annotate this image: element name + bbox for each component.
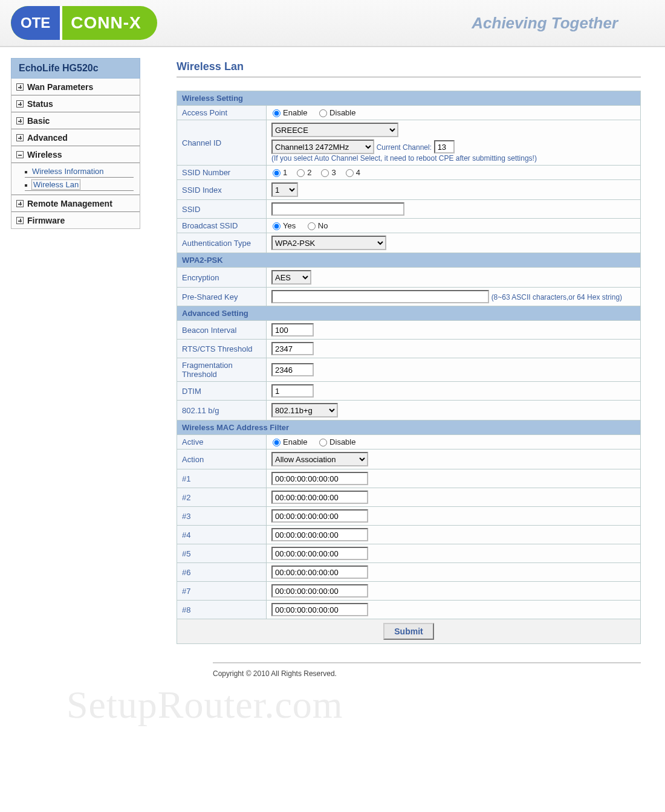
settings-table: Wireless Setting Access Point Enable Dis… [177, 91, 641, 644]
radio-mac-enable[interactable]: Enable [271, 437, 307, 446]
label-psk: Pre-Shared Key [177, 288, 267, 306]
main: Wireless Lan Wireless Setting Access Poi… [140, 47, 665, 702]
radio-ssid-2-input[interactable] [297, 169, 305, 177]
radio-bcast-yes-input[interactable] [273, 222, 281, 230]
subnav-item[interactable]: Wireless Lan [25, 178, 134, 191]
label-mac-1: #1 [177, 469, 267, 488]
nav-item[interactable]: Advanced [11, 129, 140, 146]
input-dtim[interactable] [271, 384, 314, 398]
label-channel-id: Channel ID [177, 120, 267, 166]
plus-icon [16, 217, 24, 224]
nav-item-label: Wan Parameters [27, 82, 93, 92]
radio-ssid-1-input[interactable] [273, 169, 281, 177]
nav-item[interactable]: Wireless [11, 146, 140, 163]
radio-ap-disable[interactable]: Disable [318, 108, 355, 117]
label-access-point: Access Point [177, 106, 267, 120]
plus-icon [16, 200, 24, 207]
radio-mac-enable-input[interactable] [273, 439, 281, 446]
select-ssid-index[interactable]: 1 [271, 182, 298, 197]
input-frag[interactable] [271, 363, 314, 376]
input-ssid[interactable] [271, 202, 404, 216]
nav-item-label: Status [27, 99, 53, 109]
nav-item[interactable]: Firmware [11, 212, 140, 228]
nav-item-label: Firmware [27, 216, 65, 225]
radio-ssid-1[interactable]: 1 [271, 168, 287, 177]
input-mac-8[interactable] [271, 603, 368, 616]
select-encryption[interactable]: AES [271, 270, 311, 285]
nav-item[interactable]: Remote Management [11, 195, 140, 212]
radio-ssid-3[interactable]: 3 [320, 168, 336, 177]
input-psk[interactable] [271, 290, 489, 303]
select-country[interactable]: GREECE [271, 123, 398, 137]
submit-button[interactable]: Submit [383, 623, 433, 640]
radio-mac-disable[interactable]: Disable [318, 437, 355, 446]
select-mac-action[interactable]: Allow Association [271, 452, 368, 466]
label-ssid-index: SSID Index [177, 180, 267, 200]
label-broadcast-ssid: Broadcast SSID [177, 219, 267, 233]
footer-copyright: Copyright © 2010 All Rights Reserved. [213, 662, 641, 678]
input-mac-4[interactable] [271, 528, 368, 541]
input-mac-7[interactable] [271, 584, 368, 598]
label-mac-6: #6 [177, 563, 267, 582]
label-auth-type: Authentication Type [177, 233, 267, 253]
label-mac-3: #3 [177, 507, 267, 526]
header: OTE CONN-X Achieving Together [0, 0, 665, 47]
nav: Wan ParametersStatusBasicAdvancedWireles… [11, 79, 140, 229]
radio-ssid-3-input[interactable] [321, 169, 329, 177]
sidebar-title: EchoLife HG520c [11, 58, 140, 79]
label-mode: 802.11 b/g [177, 401, 267, 420]
nav-item-label: Advanced [27, 133, 68, 143]
label-ssid-number: SSID Number [177, 166, 267, 180]
sidebar: EchoLife HG520c Wan ParametersStatusBasi… [0, 47, 140, 702]
radio-ssid-2[interactable]: 2 [296, 168, 311, 177]
plus-icon [16, 83, 24, 91]
select-auth-type[interactable]: WPA2-PSK [271, 236, 386, 250]
nav-item[interactable]: Status [11, 95, 140, 112]
hint-psk: (8~63 ASCII characters,or 64 Hex string) [491, 293, 622, 301]
bullet-icon [25, 171, 27, 173]
label-frag: Fragmentation Threshold [177, 358, 267, 382]
nav-item[interactable]: Basic [11, 112, 140, 129]
radio-mac-disable-input[interactable] [319, 439, 327, 446]
nav-item[interactable]: Wan Parameters [11, 79, 140, 95]
label-dtim: DTIM [177, 382, 267, 401]
input-mac-5[interactable] [271, 547, 368, 560]
label-encryption: Encryption [177, 268, 267, 288]
section-wpa2: WPA2-PSK [177, 253, 641, 268]
input-mac-1[interactable] [271, 472, 368, 485]
radio-ap-enable[interactable]: Enable [271, 108, 307, 117]
radio-ap-enable-input[interactable] [273, 109, 281, 117]
input-mac-6[interactable] [271, 566, 368, 579]
note-channel: (If you select Auto Channel Select, it n… [271, 154, 635, 163]
nav-item-label: Wireless [27, 150, 62, 160]
select-mode[interactable]: 802.11b+g [271, 403, 338, 417]
radio-bcast-no-input[interactable] [308, 222, 316, 230]
subnav-item[interactable]: Wireless Information [25, 164, 134, 178]
section-advanced: Advanced Setting [177, 306, 641, 321]
section-wireless-setting: Wireless Setting [177, 91, 641, 106]
nav-item-label: Remote Management [27, 199, 112, 208]
plus-icon [16, 100, 24, 108]
radio-ap-disable-input[interactable] [319, 109, 327, 117]
logo: OTE CONN-X [11, 6, 157, 40]
section-mac-filter: Wireless MAC Address Filter [177, 420, 641, 435]
input-mac-2[interactable] [271, 491, 368, 504]
label-rts: RTS/CTS Threshold [177, 340, 267, 358]
subnav: Wireless InformationWireless Lan [11, 163, 140, 195]
radio-ssid-4-input[interactable] [346, 169, 354, 177]
label-mac-5: #5 [177, 544, 267, 563]
label-mac-4: #4 [177, 526, 267, 544]
input-beacon[interactable] [271, 323, 314, 337]
select-channel[interactable]: Channel13 2472MHz [271, 140, 374, 154]
label-beacon: Beacon Interval [177, 321, 267, 340]
label-mac-7: #7 [177, 582, 267, 601]
radio-bcast-yes[interactable]: Yes [271, 221, 296, 230]
tagline: Achieving Together [472, 14, 618, 33]
radio-bcast-no[interactable]: No [307, 221, 328, 230]
label-mac-action: Action [177, 450, 267, 469]
input-rts[interactable] [271, 342, 314, 355]
input-mac-3[interactable] [271, 509, 368, 523]
radio-ssid-4[interactable]: 4 [345, 168, 360, 177]
minus-icon [16, 151, 24, 158]
logo-connx: CONN-X [62, 13, 157, 33]
